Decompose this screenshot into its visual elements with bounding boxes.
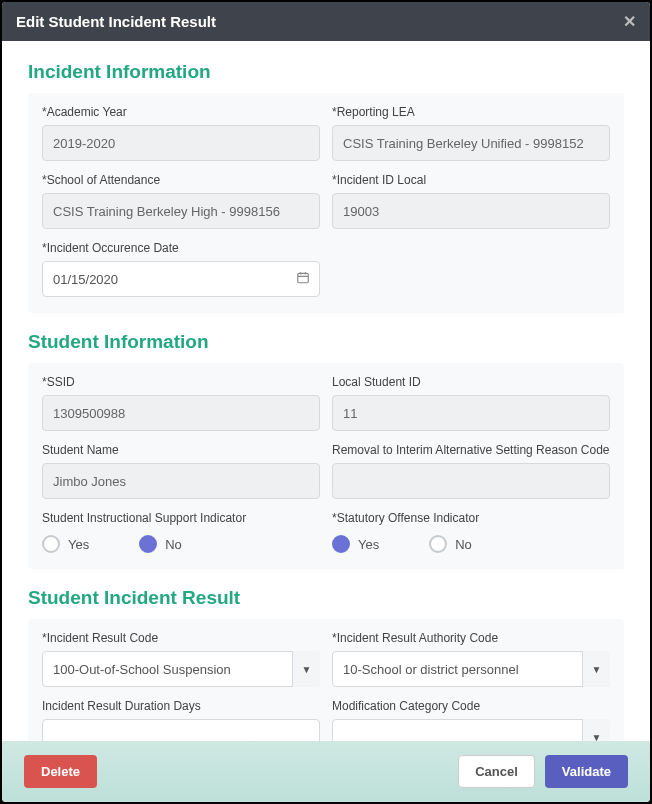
label-support-indicator: Student Instructional Support Indicator xyxy=(42,511,320,525)
section-student: *SSID 1309500988 Local Student ID 11 Stu… xyxy=(28,363,624,569)
result-code-select[interactable]: 100-Out-of-School Suspension xyxy=(42,651,320,687)
section-incident: *Academic Year 2019-2020 *Reporting LEA … xyxy=(28,93,624,313)
section-title-result: Student Incident Result xyxy=(28,587,624,609)
delete-button[interactable]: Delete xyxy=(24,755,97,788)
local-id-field[interactable]: 11 xyxy=(332,395,610,431)
radio-icon xyxy=(139,535,157,553)
occurrence-date-field[interactable]: 01/15/2020 xyxy=(42,261,320,297)
label-mod-category: Modification Category Code xyxy=(332,699,610,713)
label-student-name: Student Name xyxy=(42,443,320,457)
authority-code-select[interactable]: 10-School or district personnel xyxy=(332,651,610,687)
label-ssid: *SSID xyxy=(42,375,320,389)
section-title-incident: Incident Information xyxy=(28,61,624,83)
modal-title: Edit Student Incident Result xyxy=(16,13,216,30)
radio-label: No xyxy=(165,537,182,552)
statutory-no-radio[interactable]: No xyxy=(429,535,472,553)
label-academic-year: *Academic Year xyxy=(42,105,320,119)
section-result: *Incident Result Code 100-Out-of-School … xyxy=(28,619,624,741)
modal-titlebar: Edit Student Incident Result ✕ xyxy=(2,2,650,41)
edit-incident-modal: Edit Student Incident Result ✕ Incident … xyxy=(2,2,650,802)
reporting-lea-field[interactable]: CSIS Training Berkeley Unified - 9998152 xyxy=(332,125,610,161)
label-removal-code: Removal to Interim Alternative Setting R… xyxy=(332,443,610,457)
label-local-id: Local Student ID xyxy=(332,375,610,389)
label-authority-code: *Incident Result Authority Code xyxy=(332,631,610,645)
support-yes-radio[interactable]: Yes xyxy=(42,535,89,553)
label-duration-days: Incident Result Duration Days xyxy=(42,699,320,713)
radio-icon xyxy=(42,535,60,553)
duration-days-field[interactable] xyxy=(42,719,320,741)
label-occurrence-date: *Incident Occurence Date xyxy=(42,241,320,255)
section-title-student: Student Information xyxy=(28,331,624,353)
label-result-code: *Incident Result Code xyxy=(42,631,320,645)
cancel-button[interactable]: Cancel xyxy=(458,755,535,788)
validate-button[interactable]: Validate xyxy=(545,755,628,788)
modal-footer: Delete Cancel Validate xyxy=(2,741,650,802)
radio-label: Yes xyxy=(68,537,89,552)
radio-label: No xyxy=(455,537,472,552)
ssid-field[interactable]: 1309500988 xyxy=(42,395,320,431)
school-field[interactable]: CSIS Training Berkeley High - 9998156 xyxy=(42,193,320,229)
student-name-field[interactable]: Jimbo Jones xyxy=(42,463,320,499)
removal-code-field[interactable] xyxy=(332,463,610,499)
close-icon[interactable]: ✕ xyxy=(623,12,636,31)
label-reporting-lea: *Reporting LEA xyxy=(332,105,610,119)
label-statutory-indicator: *Statutory Offense Indicator xyxy=(332,511,610,525)
support-no-radio[interactable]: No xyxy=(139,535,182,553)
radio-label: Yes xyxy=(358,537,379,552)
modal-content: Incident Information *Academic Year 2019… xyxy=(2,41,650,741)
radio-icon xyxy=(429,535,447,553)
incident-id-field[interactable]: 19003 xyxy=(332,193,610,229)
statutory-yes-radio[interactable]: Yes xyxy=(332,535,379,553)
academic-year-field[interactable]: 2019-2020 xyxy=(42,125,320,161)
radio-icon xyxy=(332,535,350,553)
label-school: *School of Attendance xyxy=(42,173,320,187)
mod-category-select[interactable] xyxy=(332,719,610,741)
label-incident-id: *Incident ID Local xyxy=(332,173,610,187)
